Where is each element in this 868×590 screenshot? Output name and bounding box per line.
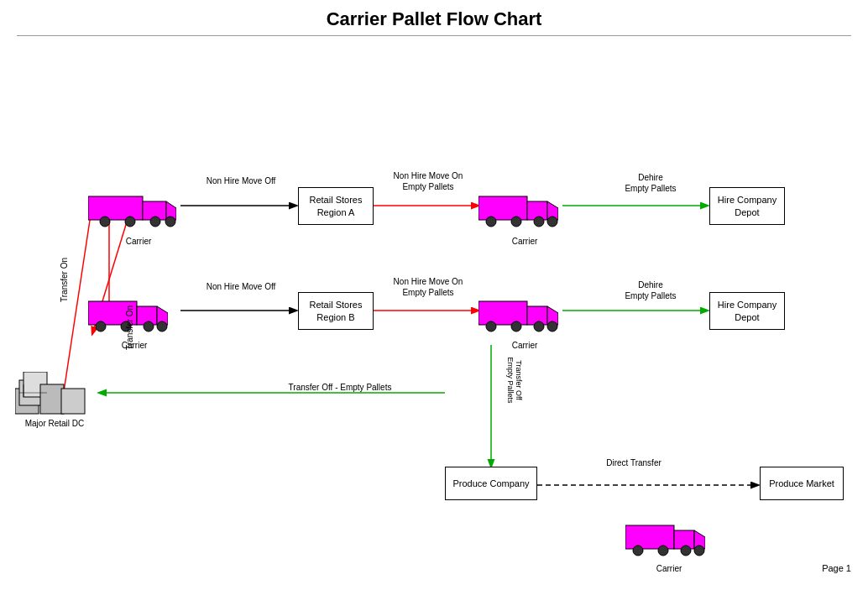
svg-point-40 xyxy=(547,321,557,332)
svg-point-18 xyxy=(150,217,160,227)
svg-line-9 xyxy=(63,215,91,397)
page-title: Carrier Pallet Flow Chart xyxy=(0,0,868,35)
svg-rect-41 xyxy=(625,525,674,549)
box-retail-b: Retail Stores Region B xyxy=(298,292,374,330)
label-nonhire-on-a: Non Hire Move OnEmpty Pallets xyxy=(378,170,478,192)
svg-point-24 xyxy=(511,217,521,227)
svg-rect-13 xyxy=(88,196,143,220)
svg-point-16 xyxy=(100,217,110,227)
label-transfer-off-empty: Transfer Off - Empty Pallets xyxy=(235,382,445,393)
svg-point-37 xyxy=(486,321,496,332)
svg-point-33 xyxy=(157,321,167,332)
label-major-dc: Major Retail DC xyxy=(17,418,92,429)
svg-point-38 xyxy=(511,321,521,332)
label-nonhire-on-b: Non Hire Move OnEmpty Pallets xyxy=(378,276,478,298)
label-dehire-b: DehireEmpty Pallets xyxy=(604,279,697,301)
rotated-transfer-on-2: Transfer On xyxy=(125,305,134,350)
box-retail-a: Retail Stores Region A xyxy=(298,187,374,225)
svg-point-26 xyxy=(547,217,557,227)
svg-point-25 xyxy=(534,217,544,227)
svg-rect-52 xyxy=(61,389,85,414)
label-carrier-bot-left: Carrier xyxy=(105,340,164,351)
label-dehire-a: DehireEmpty Pallets xyxy=(604,172,697,194)
truck-bottom xyxy=(625,519,705,561)
box-hire-depot-b: Hire Company Depot xyxy=(709,292,785,330)
svg-point-39 xyxy=(534,321,544,332)
label-carrier-bottom: Carrier xyxy=(640,563,698,574)
label-nonhire-off-a: Non Hire Move Off xyxy=(186,175,295,186)
rotated-transfer-on-1: Transfer On xyxy=(60,258,69,302)
svg-point-19 xyxy=(165,217,175,227)
label-carrier-mid-bot: Carrier xyxy=(495,340,554,351)
truck-top xyxy=(88,190,176,232)
svg-point-23 xyxy=(486,217,496,227)
svg-point-45 xyxy=(658,546,668,556)
svg-point-30 xyxy=(96,321,106,332)
svg-rect-34 xyxy=(478,301,527,325)
svg-point-47 xyxy=(694,546,704,556)
rotated-transfer-off-vertical: Transfer OffEmpty Pallets xyxy=(506,347,523,414)
truck-mid-top xyxy=(478,190,558,232)
label-nonhire-off-b: Non Hire Move Off xyxy=(186,281,295,292)
label-direct-transfer: Direct Transfer xyxy=(579,457,688,468)
svg-point-44 xyxy=(633,546,643,556)
svg-rect-51 xyxy=(40,384,64,414)
label-carrier-mid-top: Carrier xyxy=(495,236,554,247)
page-number: Page 1 xyxy=(822,563,851,573)
svg-point-46 xyxy=(681,546,691,556)
svg-point-32 xyxy=(144,321,154,332)
svg-rect-20 xyxy=(478,196,527,220)
truck-mid-bot xyxy=(478,295,558,337)
box-hire-depot-a: Hire Company Depot xyxy=(709,187,785,225)
svg-point-17 xyxy=(125,217,135,227)
box-produce-market: Produce Market xyxy=(760,467,844,500)
label-carrier-top: Carrier xyxy=(109,236,168,247)
warehouse-dc xyxy=(15,372,91,418)
diagram-area: Retail Stores Region A Hire Company Depo… xyxy=(0,36,868,580)
box-produce-company: Produce Company xyxy=(445,467,537,500)
